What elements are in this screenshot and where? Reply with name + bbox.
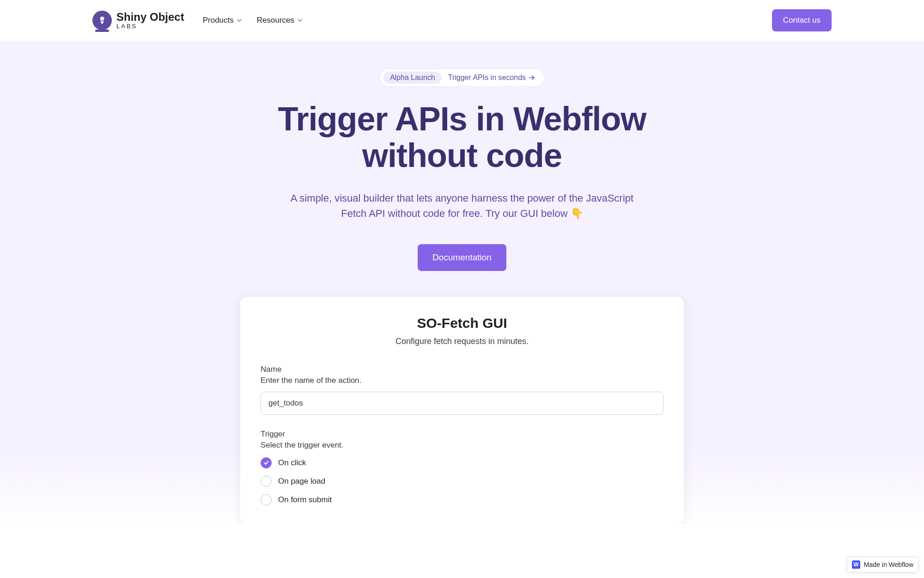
radio-on-page-load[interactable]: On page load — [261, 476, 663, 487]
hero-title-line2: without code — [362, 137, 562, 174]
main-nav: Shiny Object LABS Products Resources Con… — [0, 0, 924, 41]
badge-link: Trigger APIs in seconds — [448, 74, 541, 82]
name-label: Name — [261, 365, 663, 374]
radio-circle — [261, 476, 272, 487]
card-title: SO-Fetch GUI — [261, 315, 663, 331]
radio-label: On click — [278, 458, 306, 467]
gui-card: SO-Fetch GUI Configure fetch requests in… — [240, 297, 684, 524]
hero-title-line1: Trigger APIs in Webflow — [278, 100, 646, 137]
logo-text: Shiny Object LABS — [116, 11, 184, 30]
radio-circle — [261, 457, 272, 468]
radio-circle — [261, 494, 272, 505]
name-input[interactable] — [261, 392, 663, 415]
trigger-field-group: Trigger Select the trigger event. On cli… — [261, 430, 663, 505]
logo-title: Shiny Object — [116, 11, 184, 23]
radio-on-click[interactable]: On click — [261, 457, 663, 468]
logo[interactable]: Shiny Object LABS — [92, 11, 184, 30]
badge-tag: Alpha Launch — [383, 72, 442, 84]
name-field-group: Name Enter the name of the action. — [261, 365, 663, 430]
name-help: Enter the name of the action. — [261, 376, 663, 385]
trigger-help: Select the trigger event. — [261, 441, 663, 450]
trigger-radio-group: On click On page load On form submit — [261, 457, 663, 505]
arrow-right-icon — [529, 74, 535, 81]
announcement-badge[interactable]: Alpha Launch Trigger APIs in seconds — [379, 68, 545, 87]
nav-left: Shiny Object LABS Products Resources — [92, 11, 303, 30]
contact-button[interactable]: Contact us — [772, 9, 832, 31]
chevron-down-icon — [297, 18, 303, 23]
svg-point-0 — [100, 17, 104, 21]
logo-icon — [92, 11, 112, 30]
radio-label: On form submit — [278, 495, 332, 504]
logo-subtitle: LABS — [116, 23, 184, 30]
documentation-button[interactable]: Documentation — [418, 244, 506, 271]
check-icon — [263, 460, 269, 466]
radio-label: On page load — [278, 477, 325, 486]
hero-section: Alpha Launch Trigger APIs in seconds Tri… — [0, 41, 924, 524]
badge-link-text: Trigger APIs in seconds — [448, 74, 526, 82]
nav-item-products[interactable]: Products — [203, 16, 242, 25]
nav-items: Products Resources — [203, 16, 303, 25]
chevron-down-icon — [237, 18, 242, 23]
trigger-label: Trigger — [261, 430, 663, 439]
card-subtitle: Configure fetch requests in minutes. — [261, 337, 663, 346]
nav-item-label: Resources — [257, 16, 294, 25]
nav-item-resources[interactable]: Resources — [257, 16, 303, 25]
hero-subtitle: A simple, visual builder that lets anyon… — [282, 191, 642, 221]
radio-on-form-submit[interactable]: On form submit — [261, 494, 663, 505]
nav-item-label: Products — [203, 16, 234, 25]
hero-title: Trigger APIs in Webflow without code — [0, 101, 924, 174]
